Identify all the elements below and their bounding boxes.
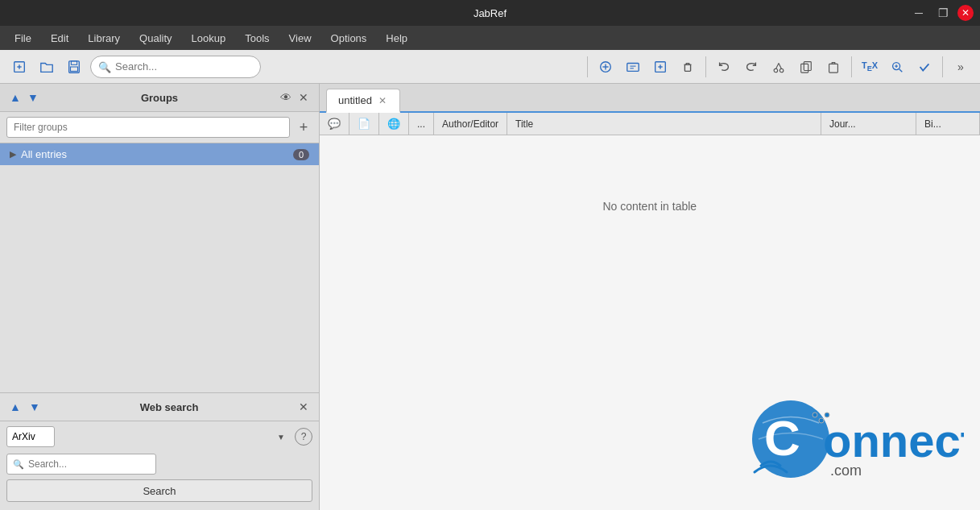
left-panel: ▲ ▼ Groups 👁 ✕ + ▶ All entries 0 [0,84,320,510]
group-arrow-icon: ▶ [10,149,16,160]
groups-move-up-button[interactable]: ▲ [6,89,24,106]
tabs-bar: untitled ✕ [320,84,980,113]
websearch-controls: ▲ ▼ [6,398,43,416]
groups-title: Groups [42,92,277,104]
websearch-section: ▲ ▼ Web search ✕ ArXiv IEEE PubMed Sprin… [0,392,319,510]
main-area: ▲ ▼ Groups 👁 ✕ + ▶ All entries 0 [0,84,980,510]
svg-line-24 [899,68,903,72]
menu-help[interactable]: Help [378,29,416,48]
more-button[interactable]: » [948,54,974,80]
groups-close-button[interactable]: ✕ [295,89,312,106]
col-bibtex[interactable]: Bi... [916,113,980,135]
titlebar: JabRef ─ ❐ ✕ [0,0,980,26]
websearch-header: ▲ ▼ Web search ✕ [0,393,319,421]
close-button[interactable]: ✕ [957,5,974,21]
menu-quality[interactable]: Quality [131,29,180,48]
websearch-down-button[interactable]: ▼ [26,398,43,416]
all-entries-group[interactable]: ▶ All entries 0 [0,143,319,165]
websearch-close-button[interactable]: ✕ [295,398,312,416]
groups-list: ▶ All entries 0 [0,143,319,392]
arxiv-row: ArXiv IEEE PubMed Springer ACM ▼ ? [0,421,319,452]
websearch-title: Web search [43,401,295,413]
menu-tools[interactable]: Tools [237,29,277,48]
add-from-id-button[interactable] [620,54,646,80]
websearch-up-button[interactable]: ▲ [6,398,24,416]
col-file[interactable]: 📄 [349,113,379,135]
minimize-button[interactable]: ─ [909,3,928,23]
undo-button[interactable] [711,54,737,80]
main-search-input[interactable] [90,56,261,78]
col-url[interactable]: 🌐 [379,113,409,135]
cut-button[interactable] [766,54,792,80]
save-library-button[interactable] [61,54,87,80]
type-icon: 💬 [328,118,341,130]
toolbar-right-buttons: TEX » [584,54,974,80]
svg-line-19 [779,63,782,68]
svg-rect-21 [801,64,808,73]
col-type[interactable]: 💬 [320,113,349,135]
add-entry-button[interactable] [593,54,618,80]
websearch-search-button[interactable]: Search [6,479,312,502]
websearch-help-button[interactable]: ? [295,428,312,446]
delete-entry-button[interactable] [675,54,701,80]
groups-section: ▲ ▼ Groups 👁 ✕ + ▶ All entries 0 [0,84,319,392]
redo-button[interactable] [738,54,764,80]
table-area: 💬 📄 🌐 ... Author/Editor Title Jour... Bi… [320,113,980,510]
tab-close-button[interactable]: ✕ [377,95,388,106]
menu-library[interactable]: Library [80,29,128,48]
svg-point-16 [774,68,778,73]
file-icon: 📄 [358,118,370,130]
paste-button[interactable] [821,54,846,80]
groups-eye-button[interactable]: 👁 [277,89,295,106]
col-author[interactable]: Author/Editor [434,113,507,135]
search-btn-row: Search [0,479,319,507]
filter-groups-input[interactable] [6,117,290,138]
svg-rect-4 [71,60,76,64]
window-controls: ─ ❐ ✕ [909,3,974,23]
col-journal[interactable]: Jour... [821,113,916,135]
add-entry-plus-button[interactable] [647,54,673,80]
group-count-badge: 0 [293,149,309,160]
open-library-button[interactable] [34,54,60,80]
menu-edit[interactable]: Edit [43,29,76,48]
zoom-in-button[interactable] [884,54,910,80]
menu-view[interactable]: View [281,29,320,48]
arxiv-source-select[interactable]: ArXiv IEEE PubMed Springer ACM [6,426,55,447]
svg-point-17 [779,68,784,73]
add-group-button[interactable]: + [295,118,312,136]
new-library-button[interactable] [6,54,32,80]
filter-groups-row: + [0,112,319,143]
toolbar: 🔍 TEX [0,50,980,84]
check-button[interactable] [912,54,937,80]
svg-rect-5 [71,67,78,71]
svg-rect-9 [627,63,639,71]
menu-options[interactable]: Options [323,29,375,48]
app-title: JabRef [71,7,909,19]
url-icon: 🌐 [387,118,400,130]
tab-label: untitled [338,94,372,106]
svg-rect-20 [804,61,811,70]
col-more[interactable]: ... [409,113,434,135]
tab-untitled[interactable]: untitled ✕ [326,89,400,113]
websearch-search-input[interactable] [6,454,156,475]
svg-rect-22 [829,64,838,73]
svg-line-18 [775,63,779,68]
tex-button[interactable]: TEX [857,54,883,80]
empty-table-message: No content in table [320,135,980,278]
websearch-search-row: 🔍 [0,452,319,479]
groups-header: ▲ ▼ Groups 👁 ✕ [0,84,319,112]
dropdown-arrow-icon: ▼ [277,433,285,442]
group-item-label: All entries [21,148,293,160]
svg-rect-15 [684,64,690,71]
col-title[interactable]: Title [507,113,821,135]
maximize-button[interactable]: ❐ [933,3,953,23]
right-panel: untitled ✕ 💬 📄 🌐 [320,84,980,510]
websearch-search-wrapper: 🔍 [6,454,312,475]
menu-file[interactable]: File [6,29,39,48]
menu-lookup[interactable]: Lookup [184,29,234,48]
search-wrapper: 🔍 [90,56,261,78]
menubar: File Edit Library Quality Lookup Tools V… [0,26,980,50]
copy-button[interactable] [793,54,819,80]
entry-table: 💬 📄 🌐 ... Author/Editor Title Jour... Bi… [320,113,980,277]
groups-move-down-button[interactable]: ▼ [24,89,42,106]
